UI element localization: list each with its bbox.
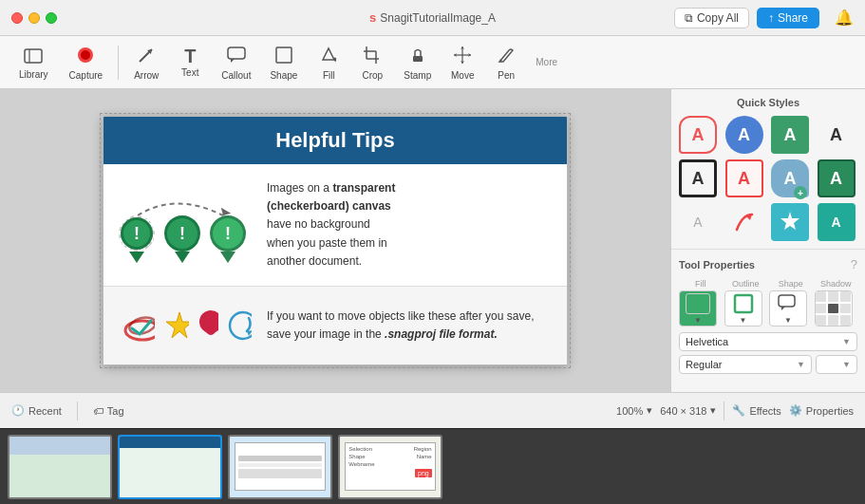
- more-button[interactable]: More: [530, 53, 563, 71]
- font-dropdown[interactable]: Helvetica ▼: [679, 332, 857, 351]
- status-divider-1: [77, 401, 78, 420]
- share-button[interactable]: ↑ Share: [757, 8, 819, 28]
- stamp-icon: [407, 45, 428, 68]
- style-item-black-border[interactable]: A: [679, 159, 717, 197]
- toolbar-divider-1: [118, 46, 119, 80]
- recent-icon: 🕐: [11, 404, 25, 417]
- style-item-green-dark[interactable]: A: [818, 159, 856, 197]
- callout-icon: [226, 45, 247, 68]
- pin-icon-3: !: [210, 215, 246, 263]
- thumbnail-4[interactable]: SelectionRegion ShapeName Webname png: [338, 435, 442, 499]
- app-logo: s: [369, 10, 376, 25]
- pin-icon-1: !: [119, 215, 155, 263]
- fill-selector[interactable]: ▼: [679, 290, 717, 327]
- style-item-red-border[interactable]: A: [725, 159, 763, 197]
- share-icon: ↑: [768, 11, 774, 25]
- style-grid: A A A A A A A + A A: [679, 116, 857, 241]
- svg-rect-26: [779, 295, 795, 307]
- outline-label: Outline: [724, 279, 768, 289]
- shadow-column: Shadow: [815, 279, 858, 327]
- svg-marker-7: [231, 59, 235, 63]
- shape-column: Shape ▼: [769, 279, 813, 327]
- font-size-dropdown[interactable]: ▼: [816, 355, 857, 374]
- thumbnail-1-preview: [9, 437, 110, 497]
- toolbar-item-crop[interactable]: Crop: [352, 41, 392, 84]
- recent-button[interactable]: 🕐 Recent: [11, 404, 62, 417]
- effects-button[interactable]: 🔧 Effects: [732, 404, 780, 417]
- toolbar-item-callout[interactable]: Callout: [214, 41, 258, 84]
- toolbar-item-text[interactable]: T Text: [170, 43, 210, 82]
- style-item-red-arrow[interactable]: [725, 203, 763, 241]
- outline-column: Outline ▼: [724, 279, 768, 327]
- shadow-grid: [816, 291, 852, 326]
- window-title: s SnagitTutorialImage_A: [369, 10, 496, 25]
- shadow-selector[interactable]: [815, 290, 853, 327]
- toolbar-item-fill[interactable]: Fill: [309, 41, 348, 84]
- style-item-cloud-blue[interactable]: A +: [771, 159, 809, 197]
- svg-rect-25: [735, 295, 752, 312]
- capture-icon: [75, 45, 96, 68]
- swirl-check-icon: [119, 302, 155, 349]
- canvas-selection: Helpful Tips !: [103, 116, 568, 365]
- maximize-button[interactable]: [46, 12, 57, 24]
- toolbar-item-move[interactable]: Move: [442, 41, 482, 84]
- pen-icon: [496, 45, 517, 68]
- tool-properties-section: Tool Properties ? Fill ▼ Outline: [671, 250, 865, 392]
- style-item-chat-red[interactable]: A: [679, 116, 717, 154]
- quick-styles-section: Quick Styles A A A A A A A + A A: [671, 89, 865, 250]
- props-columns: Fill ▼ Outline ▼ Shape: [679, 279, 857, 327]
- style-item-green-badge[interactable]: A: [818, 203, 856, 241]
- shape-selector[interactable]: ▼: [769, 290, 807, 327]
- tool-properties-title: Tool Properties: [679, 259, 755, 271]
- toolbar-item-stamp[interactable]: Stamp: [396, 41, 439, 84]
- fill-icon: [318, 45, 339, 68]
- toolbar-item-capture[interactable]: Capture: [62, 41, 111, 84]
- library-icon: [22, 45, 45, 67]
- status-divider-2: [724, 401, 724, 420]
- status-bar-right: 100% ▾ 640 × 318 ▾ 🔧 Effects ⚙️ Properti…: [616, 401, 854, 420]
- title-bar-actions: ⧉ Copy All ↑ Share 🔔: [674, 8, 865, 28]
- thumbnail-2-preview: [120, 437, 220, 497]
- shadow-label: Shadow: [815, 279, 858, 289]
- toolbar: Library Capture Arrow T Text Callout Sha…: [0, 36, 865, 89]
- copy-all-button[interactable]: ⧉ Copy All: [674, 8, 749, 28]
- style-item-plain-small[interactable]: A: [679, 203, 717, 241]
- shape-icon: [273, 45, 294, 68]
- help-button[interactable]: ?: [851, 257, 857, 271]
- properties-icon: ⚙️: [789, 404, 802, 417]
- thumbnail-3[interactable]: [228, 435, 332, 499]
- toolbar-item-shape[interactable]: Shape: [262, 41, 305, 84]
- style-item-teal-star[interactable]: [771, 203, 809, 241]
- shape-label: Shape: [769, 279, 813, 289]
- canvas-area[interactable]: Helpful Tips !: [0, 89, 670, 392]
- thumbnail-2[interactable]: [118, 435, 222, 499]
- notification-bell-icon[interactable]: 🔔: [835, 9, 854, 27]
- style-dropdown-arrow: ▼: [797, 360, 805, 369]
- pin-icon-2: !: [164, 215, 200, 263]
- thumbnail-1[interactable]: [8, 435, 112, 499]
- style-item-blue-filled[interactable]: A: [725, 116, 763, 154]
- style-item-green-sq[interactable]: A: [771, 116, 809, 154]
- style-item-plain[interactable]: A: [818, 116, 856, 154]
- title-bar: s SnagitTutorialImage_A ⧉ Copy All ↑ Sha…: [0, 0, 865, 36]
- properties-button[interactable]: ⚙️ Properties: [789, 404, 854, 417]
- style-row: Regular ▼ ▼: [679, 355, 857, 378]
- canvas-title: Helpful Tips: [103, 117, 567, 164]
- toolbar-item-pen[interactable]: Pen: [486, 41, 526, 84]
- toolbar-item-library[interactable]: Library: [9, 41, 58, 84]
- outline-selector[interactable]: ▼: [724, 290, 762, 327]
- outline-shape-icon: [732, 292, 755, 315]
- canvas-icons: ! ! !: [119, 187, 252, 263]
- fill-column: Fill ▼: [679, 279, 723, 327]
- toolbar-item-arrow[interactable]: Arrow: [126, 41, 166, 84]
- close-button[interactable]: [11, 12, 23, 24]
- fill-label: Fill: [679, 279, 723, 289]
- minimize-button[interactable]: [28, 12, 40, 24]
- canvas-row2-text: If you want to move objects like these a…: [267, 308, 552, 344]
- zoom-control[interactable]: 100% ▾: [616, 404, 652, 417]
- canvas-row2: If you want to move objects like these a…: [103, 287, 567, 364]
- svg-rect-8: [276, 47, 291, 63]
- fill-color-swatch: [686, 293, 710, 314]
- tag-button[interactable]: 🏷 Tag: [93, 405, 124, 417]
- style-dropdown[interactable]: Regular ▼: [679, 355, 812, 374]
